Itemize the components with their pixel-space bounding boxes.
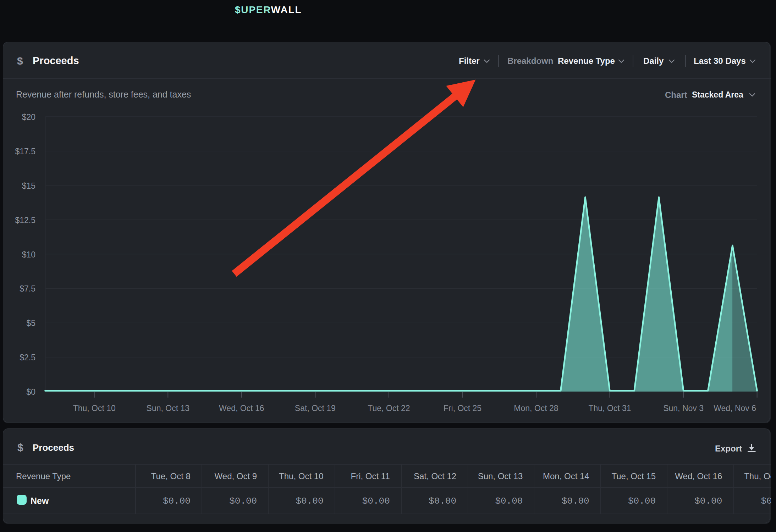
svg-text:$10: $10 — [22, 250, 35, 259]
svg-text:$20: $20 — [22, 112, 35, 122]
svg-text:Tue, Oct 22: Tue, Oct 22 — [368, 404, 410, 413]
svg-text:Thu, Oct 10: Thu, Oct 10 — [73, 404, 116, 413]
svg-text:Fri, Oct 25: Fri, Oct 25 — [444, 404, 481, 413]
svg-text:Thu, Oct 31: Thu, Oct 31 — [588, 404, 631, 413]
svg-text:$0: $0 — [26, 387, 35, 397]
svg-text:Mon, Oct 28: Mon, Oct 28 — [514, 404, 558, 413]
svg-text:Sat, Oct 19: Sat, Oct 19 — [295, 404, 336, 413]
svg-text:$15: $15 — [22, 181, 35, 190]
svg-text:Sun, Nov 3: Sun, Nov 3 — [663, 404, 704, 413]
svg-text:$17.5: $17.5 — [15, 147, 35, 156]
svg-text:$5: $5 — [26, 318, 35, 328]
svg-text:$7.5: $7.5 — [20, 284, 35, 293]
svg-text:$2.5: $2.5 — [20, 353, 35, 362]
svg-text:Wed, Nov 6: Wed, Nov 6 — [714, 404, 756, 413]
svg-text:Sun, Oct 13: Sun, Oct 13 — [147, 404, 189, 413]
svg-text:$12.5: $12.5 — [15, 216, 35, 225]
svg-text:Wed, Oct 16: Wed, Oct 16 — [219, 404, 264, 413]
